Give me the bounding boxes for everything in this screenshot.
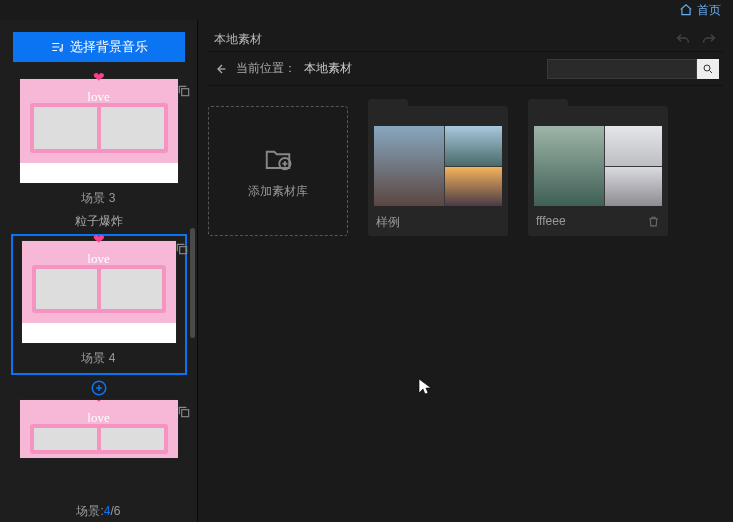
- duplicate-icon[interactable]: [177, 84, 191, 98]
- scene-item[interactable]: ❤ love: [11, 399, 187, 459]
- scene-counter: 场景:4/6: [0, 499, 197, 522]
- scene-thumbnail: ❤ love: [19, 78, 179, 184]
- folder-name: fffeee: [536, 214, 566, 228]
- folder-preview: [374, 126, 502, 206]
- material-folder[interactable]: fffeee: [528, 106, 668, 236]
- svg-rect-2: [179, 247, 186, 254]
- heart-icon: ❤: [93, 231, 105, 247]
- effect-label: 粒子爆炸: [0, 213, 197, 230]
- scene-item-selected[interactable]: ❤ love 场景 4: [11, 234, 187, 375]
- scene-sidebar: 选择背景音乐 ❤ love 场景 3 粒子爆炸 ❤ love: [0, 20, 198, 522]
- svg-point-0: [59, 49, 61, 51]
- search-icon: [702, 63, 714, 75]
- search-input[interactable]: [547, 59, 697, 79]
- mouse-cursor-icon: [418, 378, 432, 396]
- home-label: 首页: [697, 2, 721, 19]
- svg-rect-4: [181, 410, 188, 417]
- folder-plus-icon: [263, 143, 293, 173]
- materials-panel: 本地素材 当前位置： 本地素材 添加素材库: [198, 20, 733, 522]
- search-button[interactable]: [697, 59, 719, 79]
- duplicate-icon[interactable]: [177, 405, 191, 419]
- folder-preview: [534, 126, 662, 206]
- path-label: 当前位置：: [236, 60, 296, 77]
- path-value: 本地素材: [304, 60, 352, 77]
- select-bgm-label: 选择背景音乐: [70, 38, 148, 56]
- counter-current: 4: [104, 504, 111, 518]
- add-library-label: 添加素材库: [248, 183, 308, 200]
- home-link[interactable]: 首页: [679, 2, 721, 19]
- home-icon: [679, 3, 693, 17]
- heart-icon: ❤: [93, 399, 105, 406]
- materials-title: 本地素材: [214, 31, 262, 48]
- scene-thumbnail: ❤ love: [19, 399, 179, 459]
- add-library-button[interactable]: 添加素材库: [208, 106, 348, 236]
- scrollbar-thumb[interactable]: [190, 228, 195, 338]
- scene-thumbnail: ❤ love: [21, 240, 177, 344]
- duplicate-icon[interactable]: [175, 242, 189, 256]
- counter-total: /6: [111, 504, 121, 518]
- heart-icon: ❤: [93, 69, 105, 85]
- back-icon[interactable]: [212, 61, 228, 77]
- svg-point-5: [704, 65, 710, 71]
- folder-name: 样例: [376, 214, 400, 231]
- trash-icon[interactable]: [647, 215, 660, 228]
- scene-item[interactable]: ❤ love 场景 3: [11, 78, 187, 207]
- music-list-icon: [50, 40, 64, 54]
- add-scene-button[interactable]: [90, 379, 108, 397]
- counter-prefix: 场景:: [76, 504, 103, 518]
- scene-label: 场景 3: [11, 190, 187, 207]
- scene-label: 场景 4: [13, 350, 185, 367]
- redo-icon[interactable]: [701, 32, 717, 48]
- undo-icon[interactable]: [675, 32, 691, 48]
- scene-list: ❤ love 场景 3 粒子爆炸 ❤ love 场景 4: [0, 68, 197, 499]
- material-folder[interactable]: 样例: [368, 106, 508, 236]
- select-bgm-button[interactable]: 选择背景音乐: [13, 32, 185, 62]
- svg-rect-1: [181, 89, 188, 96]
